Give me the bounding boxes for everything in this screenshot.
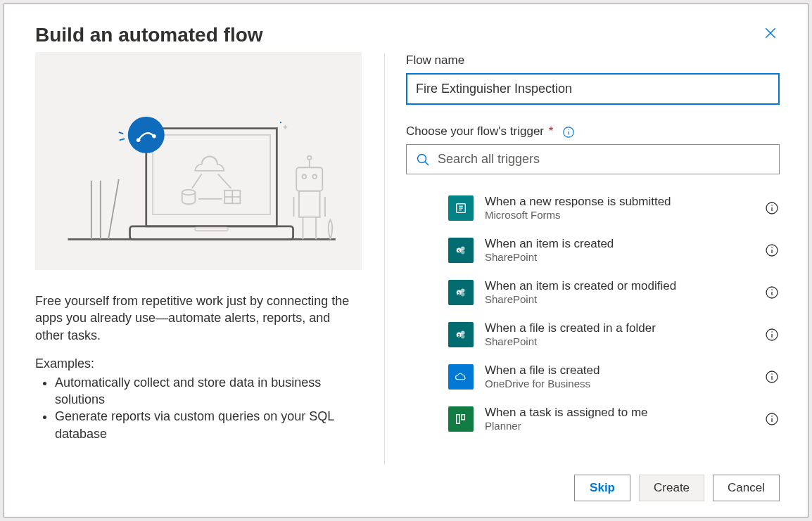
modal-header: Build an automated flow [4,4,808,52]
trigger-title: When a task is assigned to me [485,405,764,420]
trigger-connector-icon [448,195,474,221]
trigger-list: When a new response is submittedMicrosof… [406,187,780,440]
svg-point-33 [418,154,426,162]
svg-text:S: S [458,333,461,337]
example-item: Automatically collect and store data in … [55,374,362,409]
skip-button[interactable]: Skip [574,475,630,501]
trigger-label: Choose your flow's trigger * [406,124,780,139]
svg-line-34 [425,162,429,165]
trigger-item[interactable]: SWhen an item is createdSharePoint [448,229,780,271]
trigger-title: When a file is created [485,363,764,378]
modal-title: Build an automated flow [35,24,263,46]
trigger-title: When an item is created or modified [485,278,764,293]
trigger-connector-icon: S [448,238,474,263]
svg-point-8 [128,117,165,153]
search-icon [416,153,430,167]
svg-text:S: S [458,249,461,253]
trigger-subtitle: Planner [485,420,764,433]
build-flow-modal: Build an automated flow [4,4,808,517]
trigger-text: When a file is created in a folderShareP… [485,321,764,349]
svg-point-50 [461,289,464,292]
svg-point-11 [182,190,196,195]
svg-point-62 [771,331,773,333]
right-panel: Flow name Choose your flow's trigger * W… [385,52,808,465]
svg-rect-20 [299,191,320,217]
trigger-subtitle: Microsoft Forms [485,209,764,222]
description-text: Free yourself from repetitive work just … [35,292,362,344]
svg-point-51 [461,292,464,296]
modal-scroll[interactable]: Free yourself from repetitive work just … [4,52,808,465]
trigger-item[interactable]: When a new response is submittedMicrosof… [448,187,780,229]
trigger-info-icon[interactable] [764,285,780,300]
svg-point-48 [771,247,773,248]
cancel-button[interactable]: Cancel [713,475,780,501]
examples-label: Examples: [35,356,362,371]
svg-rect-7 [195,228,227,231]
svg-point-10 [152,134,156,139]
trigger-connector-icon: S [448,322,474,347]
trigger-info-icon[interactable] [764,243,780,258]
example-item: Generate reports via custom queries on y… [55,408,362,442]
trigger-connector-icon [448,406,474,432]
trigger-search-input[interactable] [406,144,780,174]
trigger-text: When a file is createdOneDrive for Busin… [485,363,764,391]
trigger-title: When an item is created [485,236,764,251]
info-icon[interactable] [562,126,575,139]
svg-rect-4 [146,129,277,226]
svg-point-57 [461,331,464,335]
trigger-subtitle: SharePoint [485,293,764,307]
svg-point-44 [461,250,464,254]
svg-point-70 [771,416,773,417]
illustration [35,52,362,270]
svg-line-26 [120,139,125,140]
modal-body: Free yourself from repetitive work just … [4,52,808,465]
trigger-text: When an item is createdSharePoint [485,236,764,264]
trigger-title: When a new response is submitted [485,194,764,209]
trigger-connector-icon: S [448,280,474,305]
trigger-subtitle: OneDrive for Business [485,378,764,391]
svg-point-9 [137,139,141,143]
svg-rect-66 [457,415,460,424]
svg-rect-67 [462,415,465,420]
trigger-search-wrap [406,144,780,174]
svg-point-65 [771,373,773,375]
trigger-subtitle: SharePoint [485,335,764,349]
trigger-item[interactable]: When a file is createdOneDrive for Busin… [448,356,780,398]
svg-point-32 [569,129,569,129]
required-asterisk: * [549,124,554,138]
close-button[interactable] [761,24,780,42]
svg-rect-5 [153,135,270,214]
trigger-info-icon[interactable] [764,411,780,427]
trigger-text: When an item is created or modifiedShare… [485,278,764,307]
svg-point-16 [303,174,307,179]
svg-point-58 [461,335,464,338]
svg-point-41 [771,205,773,206]
trigger-info-icon[interactable] [764,369,780,385]
trigger-item[interactable]: When a task is assigned to mePlanner [448,398,780,440]
trigger-connector-icon [448,364,474,390]
svg-point-17 [312,174,317,179]
left-panel: Free yourself from repetitive work just … [4,52,384,465]
svg-line-25 [119,132,123,134]
svg-rect-15 [296,167,322,191]
trigger-text: When a task is assigned to mePlanner [485,405,764,433]
trigger-title: When a file is created in a folder [485,321,764,335]
modal-footer: Skip Create Cancel [4,465,808,517]
trigger-item[interactable]: SWhen a file is created in a folderShare… [448,314,780,356]
trigger-subtitle: SharePoint [485,251,764,264]
close-icon [764,27,777,39]
svg-point-55 [771,289,773,290]
svg-rect-29 [280,122,281,123]
create-button[interactable]: Create [639,475,704,501]
svg-point-43 [461,247,464,250]
trigger-label-text: Choose your flow's trigger [406,124,544,138]
svg-line-3 [108,179,119,239]
trigger-item[interactable]: SWhen an item is created or modifiedShar… [448,271,780,314]
trigger-info-icon[interactable] [764,200,780,216]
trigger-info-icon[interactable] [764,327,780,342]
svg-text:S: S [458,291,461,295]
trigger-text: When a new response is submittedMicrosof… [485,194,764,222]
examples-list: Automatically collect and store data in … [35,374,362,442]
flow-name-label: Flow name [406,53,780,67]
flow-name-input[interactable] [406,73,780,105]
